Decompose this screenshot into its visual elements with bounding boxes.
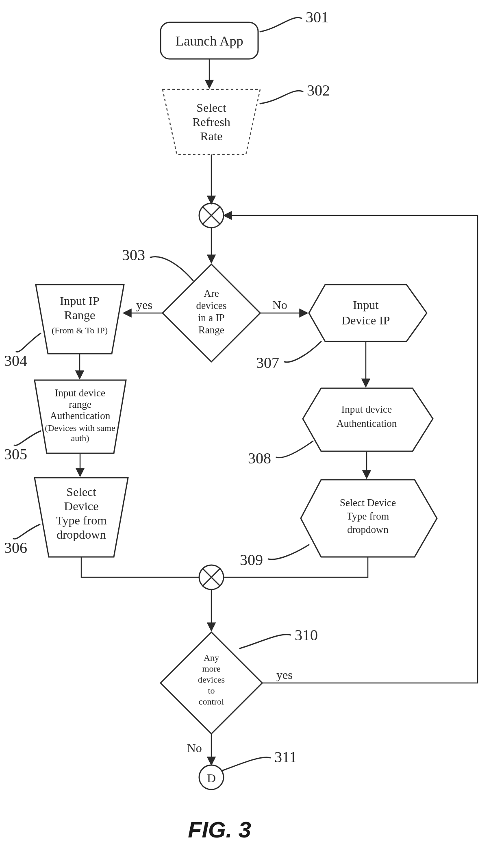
svg-text:Refresh: Refresh xyxy=(192,115,230,128)
svg-text:Range: Range xyxy=(198,324,224,335)
svg-text:Type from: Type from xyxy=(56,513,106,527)
label-304: 304 xyxy=(4,352,27,369)
label-310: 310 xyxy=(295,626,318,644)
node-select-type-range: Select Device Type from dropdown xyxy=(35,478,128,557)
svg-text:Device IP: Device IP xyxy=(341,313,390,327)
svg-text:Input device: Input device xyxy=(55,387,105,398)
leader-301 xyxy=(260,17,302,32)
edge-310-yes-label: yes xyxy=(276,668,293,681)
node-launch-app: Launch App xyxy=(161,22,258,59)
node-input-ip-range: Input IP Range (From & To IP) xyxy=(36,285,124,354)
leader-308 xyxy=(276,441,313,458)
leader-303 xyxy=(150,257,193,281)
svg-text:to: to xyxy=(208,685,215,696)
label-309: 309 xyxy=(240,551,263,568)
node-input-device-auth: Input device Authentication xyxy=(303,388,433,451)
edge-303-yes-label: yes xyxy=(136,298,152,311)
svg-text:(From & To IP): (From & To IP) xyxy=(52,325,108,335)
svg-text:range: range xyxy=(69,399,91,410)
node-input-range-auth: Input device range Authentication (Devic… xyxy=(35,380,126,453)
leader-305 xyxy=(14,431,41,446)
leader-310 xyxy=(240,635,291,648)
svg-text:(Devices with same: (Devices with same xyxy=(45,423,115,433)
svg-text:Range: Range xyxy=(64,308,96,322)
svg-text:Are: Are xyxy=(204,288,219,299)
label-301: 301 xyxy=(306,9,329,26)
leader-304 xyxy=(16,333,41,352)
svg-text:devices: devices xyxy=(198,674,225,685)
node-decision-more-devices: Any more devices to control xyxy=(161,632,262,734)
edge-310-no-label: No xyxy=(187,741,202,755)
svg-text:Select Device: Select Device xyxy=(340,497,396,508)
node-connector-d: D xyxy=(199,765,224,789)
figure-title: FIG. 3 xyxy=(188,817,251,842)
leader-309 xyxy=(268,545,309,559)
svg-text:Type from: Type from xyxy=(347,511,389,522)
label-305: 305 xyxy=(4,446,27,463)
svg-text:more: more xyxy=(202,663,220,674)
node-launch-app-text: Launch App xyxy=(175,33,243,48)
edge-310-yes-loop xyxy=(224,215,478,683)
node-decision-ip-range: Are devices in a IP Range xyxy=(163,264,260,362)
svg-text:dropdown: dropdown xyxy=(347,524,389,535)
node-select-refresh-rate: Select Refresh Rate xyxy=(163,89,260,154)
svg-marker-28 xyxy=(309,285,427,341)
label-306: 306 xyxy=(4,539,27,556)
label-303: 303 xyxy=(122,246,145,263)
svg-text:control: control xyxy=(199,696,224,707)
edge-303-no-label: No xyxy=(272,298,287,311)
svg-text:devices: devices xyxy=(196,300,227,311)
leader-307 xyxy=(285,341,321,362)
flowchart-fig3: Launch App 301 Select Refresh Rate 302 A… xyxy=(0,0,504,859)
junction-sum-top xyxy=(199,203,224,228)
junction-sum-bottom xyxy=(199,565,224,589)
svg-text:Authentication: Authentication xyxy=(337,418,397,429)
svg-text:Authentication: Authentication xyxy=(50,410,111,421)
label-302: 302 xyxy=(307,82,330,99)
svg-text:D: D xyxy=(207,771,216,785)
leader-306 xyxy=(13,524,40,539)
leader-302 xyxy=(260,91,303,104)
leader-311 xyxy=(223,757,270,770)
node-input-device-ip: Input Device IP xyxy=(309,285,427,341)
node-select-type-single: Select Device Type from dropdown xyxy=(301,480,437,557)
svg-text:Input IP: Input IP xyxy=(60,294,100,307)
svg-text:Device: Device xyxy=(64,499,99,513)
label-311: 311 xyxy=(274,748,297,765)
label-307: 307 xyxy=(256,354,279,371)
svg-text:Any: Any xyxy=(204,652,219,663)
svg-text:Input: Input xyxy=(353,298,379,311)
svg-text:Rate: Rate xyxy=(200,129,223,143)
svg-text:dropdown: dropdown xyxy=(56,528,106,541)
svg-text:auth): auth) xyxy=(71,433,89,443)
svg-text:in a IP: in a IP xyxy=(198,312,224,323)
svg-text:Select: Select xyxy=(196,101,226,114)
svg-text:Select: Select xyxy=(66,485,96,498)
svg-text:Input device: Input device xyxy=(341,404,392,415)
edge-306-sum2 xyxy=(81,557,199,577)
label-308: 308 xyxy=(248,450,271,467)
